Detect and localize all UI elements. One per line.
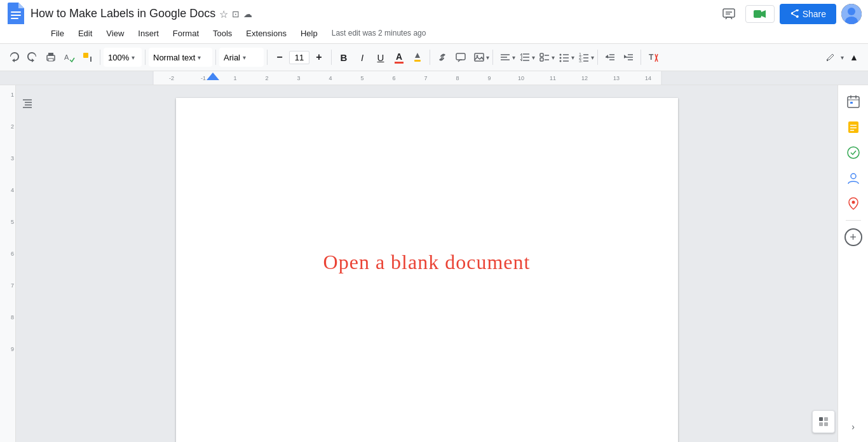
image-button[interactable] [470, 48, 488, 67]
sidebar-keep-icon[interactable] [842, 116, 865, 139]
toolbar-divider-4 [267, 50, 268, 65]
sidebar-tasks-icon[interactable] [842, 141, 865, 164]
font-size-display[interactable]: 11 [289, 51, 309, 64]
menu-file[interactable]: File [44, 26, 71, 41]
menu-view[interactable]: View [100, 26, 130, 41]
svg-point-35 [560, 60, 562, 62]
right-controls: Share [717, 3, 862, 25]
clear-formatting-button[interactable]: T [644, 48, 662, 67]
svg-text:4: 4 [329, 75, 332, 81]
svg-rect-78 [848, 97, 859, 107]
spacing-arrow[interactable]: ▾ [532, 54, 535, 61]
svg-point-87 [848, 147, 859, 158]
ruler-mark-4: 4 [11, 187, 14, 193]
meet-button[interactable] [745, 5, 775, 23]
bullet-list-button[interactable] [555, 48, 573, 67]
sidebar-maps-icon[interactable] [842, 192, 865, 215]
document-title[interactable]: How to Make Labels in Google Docs [31, 7, 215, 21]
indent-decrease-button[interactable] [601, 48, 619, 67]
ruler-mark-2: 2 [11, 123, 14, 130]
share-button[interactable]: Share [780, 4, 836, 24]
text-color-button[interactable]: A [390, 48, 408, 67]
document-page: Open a blank document [176, 98, 678, 442]
svg-marker-7 [761, 10, 766, 18]
editing-mode-button[interactable] [822, 48, 839, 67]
toolbar-divider-5 [331, 50, 332, 65]
menu-tools[interactable]: Tools [207, 26, 238, 41]
svg-text:7: 7 [424, 75, 427, 81]
line-spacing-button[interactable] [516, 48, 534, 67]
svg-text:8: 8 [456, 75, 459, 81]
bottom-nav-container [812, 410, 835, 433]
print-button[interactable] [42, 48, 60, 67]
font-select[interactable]: Arial ▾ [219, 48, 264, 67]
redo-button[interactable] [24, 48, 41, 67]
font-size-decrease[interactable]: − [271, 48, 288, 67]
checklist-arrow[interactable]: ▾ [552, 54, 555, 61]
underline-button[interactable]: U [372, 48, 390, 67]
svg-rect-6 [754, 10, 761, 18]
highlight-button[interactable] [409, 48, 426, 67]
svg-rect-18 [456, 53, 465, 60]
editing-arrow[interactable]: ▾ [841, 48, 844, 67]
page-nav-button[interactable] [812, 410, 835, 433]
numbered-arrow[interactable]: ▾ [591, 54, 594, 61]
svg-rect-16 [414, 60, 421, 62]
svg-text:10: 10 [518, 75, 524, 81]
toolbar-divider-3 [215, 50, 216, 65]
svg-rect-82 [850, 102, 853, 104]
spellcheck-button[interactable]: A [60, 48, 78, 67]
expand-toolbar-button[interactable]: ▲ [845, 48, 863, 67]
menu-insert[interactable]: Insert [132, 26, 165, 41]
zoom-arrow: ▾ [132, 54, 135, 61]
align-button[interactable] [496, 48, 514, 67]
numbered-list-button[interactable]: 1.2.3. [575, 48, 593, 67]
outline-toggle[interactable] [16, 92, 39, 114]
main-area: 1 2 3 4 5 6 7 8 9 Open a blank document [0, 85, 868, 442]
document-content[interactable]: Open a blank document [220, 136, 634, 442]
document-area[interactable]: Open a blank document [16, 85, 837, 442]
sidebar-contacts-icon[interactable] [842, 167, 865, 190]
checklist-button[interactable] [536, 48, 553, 67]
bold-button[interactable]: B [335, 48, 353, 67]
italic-button[interactable]: I [353, 48, 371, 67]
svg-text:3: 3 [297, 75, 300, 81]
svg-text:9: 9 [487, 75, 491, 81]
cloud-icon[interactable]: ☁ [243, 9, 252, 19]
link-button[interactable] [433, 48, 451, 67]
bullet-arrow[interactable]: ▾ [571, 54, 574, 61]
ruler-mark-5: 5 [11, 219, 14, 225]
image-arrow[interactable]: ▾ [486, 54, 489, 61]
menu-edit[interactable]: Edit [72, 26, 98, 41]
svg-text:-1: -1 [201, 75, 206, 81]
menu-extensions[interactable]: Extensions [240, 26, 293, 41]
indent-increase-button[interactable] [620, 48, 637, 67]
ruler-mark-8: 8 [11, 314, 14, 321]
zoom-select[interactable]: 100% ▾ [104, 48, 142, 67]
svg-point-88 [851, 174, 856, 179]
paint-format-button[interactable] [79, 48, 97, 67]
svg-text:2: 2 [265, 75, 268, 81]
comment-button[interactable] [452, 48, 470, 67]
menu-help[interactable]: Help [294, 26, 324, 41]
chat-button[interactable] [717, 3, 740, 25]
ruler: -2 -1 1 2 3 4 5 6 7 8 9 10 11 12 13 14 [0, 71, 868, 85]
undo-button[interactable] [5, 48, 23, 67]
menu-format[interactable]: Format [166, 26, 205, 41]
move-icon[interactable]: ⊡ [232, 9, 240, 19]
svg-point-89 [851, 201, 855, 204]
share-label: Share [803, 9, 826, 19]
svg-rect-83 [848, 121, 858, 133]
sidebar-add-button[interactable]: + [844, 228, 862, 246]
user-avatar[interactable] [841, 4, 862, 24]
svg-text:11: 11 [550, 75, 556, 81]
svg-rect-1 [11, 15, 21, 16]
text-style-select[interactable]: Normal text ▾ [149, 48, 212, 67]
sidebar-calendar-icon[interactable] [842, 90, 865, 113]
svg-text:-2: -2 [169, 75, 174, 81]
star-icon[interactable]: ☆ [219, 8, 228, 20]
font-size-increase[interactable]: + [310, 48, 328, 67]
collapse-sidebar-button[interactable]: › [846, 417, 860, 437]
ruler-mark-7: 7 [11, 282, 14, 289]
align-arrow[interactable]: ▾ [512, 54, 515, 61]
